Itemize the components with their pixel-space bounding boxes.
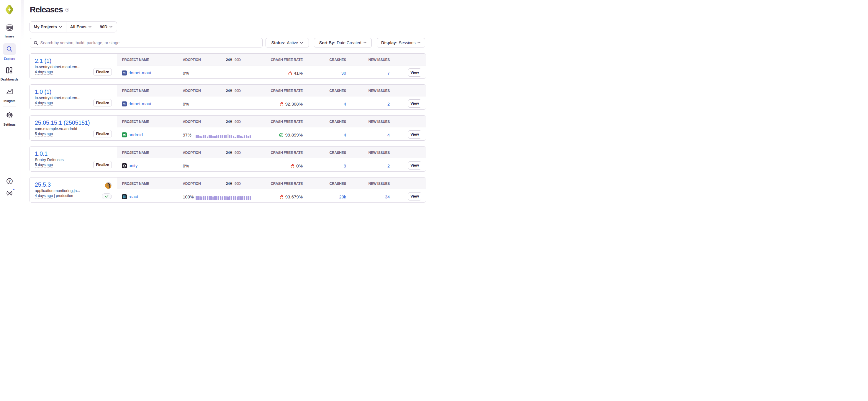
svg-text:.NET: .NET bbox=[122, 103, 127, 104]
svg-text:?: ? bbox=[8, 179, 10, 183]
svg-text:MAUI: MAUI bbox=[123, 73, 126, 75]
svg-text:MAUI: MAUI bbox=[123, 104, 126, 106]
svg-text:.NET: .NET bbox=[122, 72, 127, 73]
